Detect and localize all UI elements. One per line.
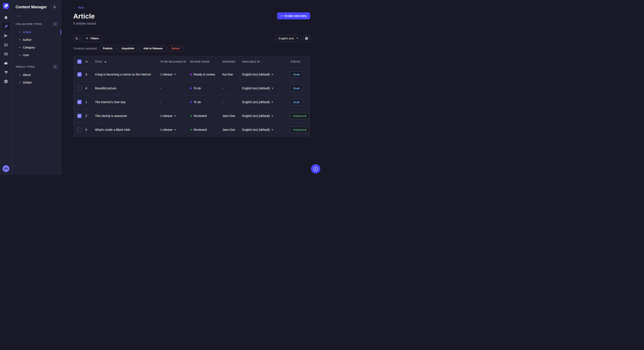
cell-available-in[interactable]: English (en) (default) <box>242 87 290 90</box>
rail-item-content-manager[interactable] <box>2 23 10 30</box>
deploy-icon <box>4 61 8 65</box>
cell-available-in[interactable]: English (en) (default) <box>242 100 290 104</box>
sidebar-item-global[interactable]: Global <box>12 79 61 86</box>
bullet-icon <box>20 55 20 55</box>
sidebar-divider <box>17 16 22 16</box>
settings-icon <box>4 79 8 84</box>
stage-dot-icon <box>190 74 192 75</box>
user-avatar[interactable]: KD <box>2 165 9 172</box>
strapi-logo-cell[interactable] <box>0 0 12 12</box>
status-badge: Draft <box>290 99 302 105</box>
row-checkbox[interactable] <box>77 128 82 132</box>
rail-item-media-library[interactable] <box>2 41 10 49</box>
view-settings-button[interactable] <box>303 35 310 42</box>
stage-dot-icon <box>190 87 192 89</box>
add-to-release-button[interactable]: Add to Release <box>140 45 166 52</box>
cell-to-be-released-in[interactable]: 1 release <box>160 128 190 131</box>
rail-item-marketplace[interactable] <box>2 68 10 76</box>
cell-to-be-released-in[interactable]: 1 release <box>160 114 190 118</box>
toolbar: Filters English (en) <box>73 35 310 42</box>
cell-to-be-released-in: - <box>160 87 190 90</box>
rail-item-content-type-builder[interactable] <box>2 50 10 58</box>
column-header-review-stage[interactable]: REVIEW STAGE <box>190 60 222 63</box>
back-arrow-icon: ← <box>73 6 76 9</box>
column-header-available-in[interactable]: AVAILABLE IN <box>242 60 290 63</box>
sidebar-item-user[interactable]: User <box>12 51 61 59</box>
table-row[interactable]: 1 The internet's Own boy - To do - Engli… <box>74 95 310 109</box>
rail-item-settings[interactable] <box>2 78 10 85</box>
column-header-title[interactable]: TITLE <box>95 60 160 63</box>
selection-buttons: PublishUnpublishAdd to ReleaseDelete <box>99 45 183 52</box>
sidebar-item-article[interactable]: Article <box>12 28 61 36</box>
selection-actions: 3 entries selected PublishUnpublishAdd t… <box>73 45 310 52</box>
rail-item-home[interactable] <box>2 14 10 21</box>
content-manager-sidebar: Content Manager COLLECTION TYPES 4 Artic… <box>12 0 61 175</box>
section-label: COLLECTION TYPES <box>16 23 42 25</box>
row-checkbox[interactable] <box>77 72 82 77</box>
locale-select[interactable]: English (en) <box>275 35 301 42</box>
cell-title: This shrimp is awesome <box>95 114 160 118</box>
unpublish-button[interactable]: Unpublish <box>118 45 138 52</box>
chevron-down-icon <box>272 116 273 117</box>
cell-available-in[interactable]: English (en) (default) <box>242 114 290 118</box>
rail-items <box>0 14 12 85</box>
home-icon <box>4 15 8 19</box>
search-icon <box>53 5 56 9</box>
row-checkbox[interactable] <box>77 86 82 90</box>
rail-item-releases[interactable] <box>2 32 10 39</box>
cell-title: Beautiful picture <box>95 87 160 90</box>
bullet-icon <box>20 32 20 32</box>
table-row[interactable]: 4 Beautiful picture - To do - English (e… <box>74 81 310 95</box>
filters-button[interactable]: Filters <box>82 35 102 42</box>
section-count-badge: 2 <box>53 64 58 69</box>
plus-icon: + <box>280 14 282 18</box>
page-title: Article <box>73 12 310 20</box>
create-new-entry-button[interactable]: + Create new entry <box>277 12 310 19</box>
marketplace-icon <box>4 70 8 74</box>
section-label: SINGLE TYPES <box>16 65 35 68</box>
table-search-button[interactable] <box>73 35 80 42</box>
bullet-icon <box>20 74 20 75</box>
sidebar-item-category[interactable]: Category <box>12 44 61 51</box>
back-link[interactable]: ← Back <box>73 6 84 9</box>
column-header-id[interactable]: ID <box>86 60 95 63</box>
delete-button[interactable]: Delete <box>168 45 183 52</box>
publish-button[interactable]: Publish <box>99 45 116 52</box>
column-header-release[interactable]: TO BE RELEASED IN <box>160 60 190 63</box>
table-row[interactable]: 3 A bug is becoming a meme on the intern… <box>74 67 310 81</box>
cell-title: The internet's Own boy <box>95 100 160 104</box>
column-header-status[interactable]: STATUS <box>290 60 306 63</box>
row-checkbox[interactable] <box>77 114 82 118</box>
sidebar-item-about[interactable]: About <box>12 71 61 79</box>
select-all-checkbox[interactable] <box>77 59 82 64</box>
cell-assignee: Jane Doe <box>222 114 242 118</box>
filter-icon <box>86 37 89 40</box>
bullet-icon <box>20 82 20 83</box>
sidebar-search-button[interactable] <box>51 4 58 10</box>
help-button[interactable]: ? <box>311 164 320 174</box>
sidebar-section: SINGLE TYPES 2 AboutGlobal <box>12 64 61 86</box>
rail-item-deploy[interactable] <box>2 59 10 67</box>
section-count-badge: 4 <box>53 22 58 26</box>
sidebar-sections: COLLECTION TYPES 4 ArticleAuthorCategory… <box>12 22 61 86</box>
content-manager-icon <box>4 24 8 29</box>
sidebar-item-author[interactable]: Author <box>12 36 61 44</box>
cell-available-in[interactable]: English (en) (default) <box>242 128 290 131</box>
table-row[interactable]: 2 This shrimp is awesome 1 release Revie… <box>74 109 310 123</box>
cell-id: 4 <box>86 87 95 90</box>
chevron-down-icon <box>296 38 298 39</box>
entries-count: 5 entries found <box>73 22 310 25</box>
cell-available-in[interactable]: English (en) (default) <box>242 73 290 76</box>
row-checkbox[interactable] <box>77 100 82 104</box>
cell-review-stage: To do <box>190 100 222 104</box>
column-header-assignee[interactable]: ASSIGNEE <box>222 60 242 63</box>
cell-to-be-released-in[interactable]: 1 release <box>160 73 190 76</box>
chevron-down-icon <box>272 88 273 89</box>
cell-assignee: Jane Doe <box>222 128 242 131</box>
chevron-down-icon <box>174 116 176 117</box>
cell-id: 3 <box>86 73 95 76</box>
table-row[interactable]: 5 What's inside a Black Hole 1 release R… <box>74 123 310 137</box>
cell-id: 5 <box>86 128 95 131</box>
chevron-down-icon <box>272 74 273 75</box>
cell-title: A bug is becoming a meme on the internet <box>95 73 160 76</box>
